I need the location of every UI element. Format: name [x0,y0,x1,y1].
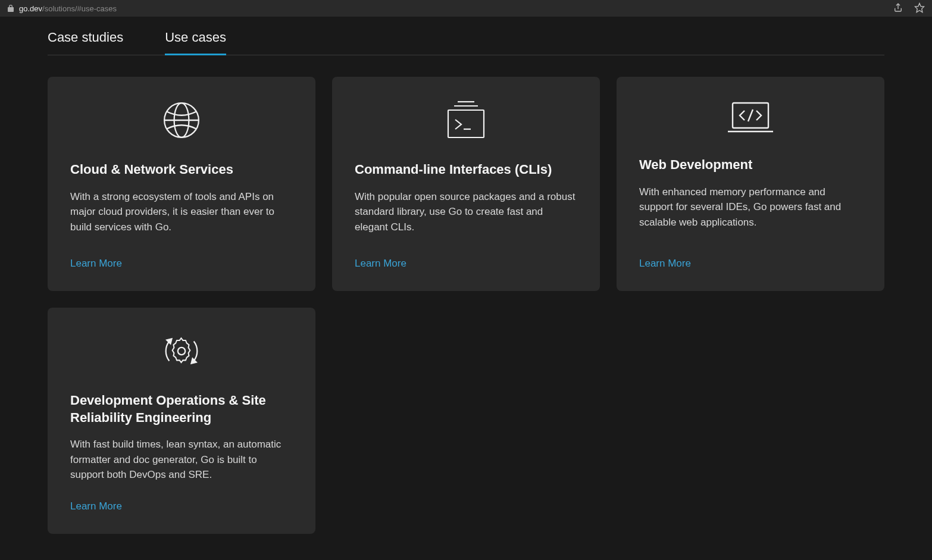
lock-icon [7,4,14,12]
url-display[interactable]: go.dev/solutions/#use-cases [19,4,117,13]
learn-more-link[interactable]: Learn More [70,500,293,512]
globe-icon [70,101,293,140]
card-title: Cloud & Network Services [70,161,293,179]
url-path: /solutions/#use-cases [42,4,117,13]
card-title: Command-line Interfaces (CLIs) [355,161,577,179]
card-cli[interactable]: Command-line Interfaces (CLIs) With popu… [332,77,600,291]
svg-marker-0 [915,3,924,12]
svg-line-10 [748,110,753,121]
tab-use-cases[interactable]: Use cases [165,30,226,55]
learn-more-link[interactable]: Learn More [355,258,577,270]
address-bar: go.dev/solutions/#use-cases [0,0,932,17]
card-title: Development Operations & Site Reliabilit… [70,392,293,426]
tabs: Case studies Use cases [48,17,884,55]
learn-more-link[interactable]: Learn More [70,258,293,270]
cards-grid: Cloud & Network Services With a strong e… [48,77,884,534]
card-desc: With a strong ecosystem of tools and API… [70,189,293,240]
card-desc: With fast build times, lean syntax, an a… [70,437,293,483]
tab-case-studies[interactable]: Case studies [48,30,123,55]
svg-rect-6 [448,110,484,137]
gear-cycle-icon [70,331,293,371]
card-devops[interactable]: Development Operations & Site Reliabilit… [48,308,315,534]
share-icon[interactable] [893,2,903,15]
star-icon[interactable] [914,2,925,15]
code-laptop-icon [639,101,862,135]
card-cloud-network[interactable]: Cloud & Network Services With a strong e… [48,77,315,291]
url-host: go.dev [19,4,42,13]
card-desc: With enhanced memory performance and sup… [639,184,862,240]
card-desc: With popular open source packages and a … [355,189,577,240]
card-title: Web Development [639,157,862,174]
card-web-dev[interactable]: Web Development With enhanced memory per… [617,77,884,291]
learn-more-link[interactable]: Learn More [639,258,862,270]
terminal-icon [355,101,577,140]
svg-point-11 [178,348,185,355]
